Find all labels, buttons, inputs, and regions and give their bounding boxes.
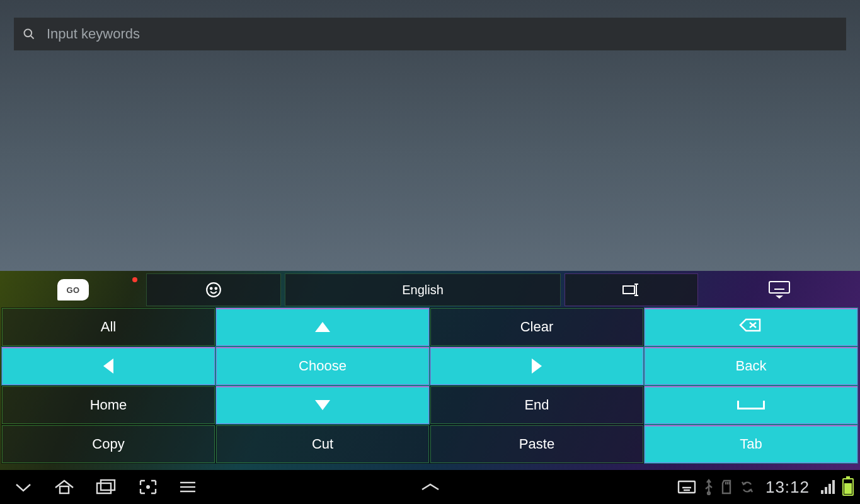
svg-point-2 [207,283,221,297]
hide-keyboard-icon [768,280,791,299]
key-label: End [524,397,549,413]
key-arrow-down[interactable] [215,386,430,425]
key-all[interactable]: All [1,307,215,346]
key-end[interactable]: End [430,386,644,425]
key-tab[interactable]: Tab [644,425,858,464]
svg-rect-5 [623,286,634,294]
key-label: Back [736,358,767,374]
svg-rect-18 [101,480,115,490]
go-bubble-label: GO [57,279,89,301]
key-copy[interactable]: Copy [1,425,215,464]
nav-collapse-icon[interactable] [14,481,33,493]
status-clock: 13:12 [765,478,810,497]
svg-line-1 [31,36,34,39]
status-sd-icon [721,479,733,495]
search-icon [23,28,35,40]
status-usb-icon [704,479,714,495]
svg-point-32 [708,492,710,495]
status-signal-icon [821,480,835,494]
key-label: Cut [312,436,333,452]
status-ime-icon[interactable] [677,479,696,495]
key-cut[interactable]: Cut [215,425,430,464]
hide-keyboard-button[interactable] [702,273,856,306]
arrow-up-icon [315,322,330,332]
nav-screenshot-icon[interactable] [139,479,158,495]
text-cursor-icon [621,282,641,297]
key-label: Tab [740,436,762,452]
nav-expand-up-icon[interactable] [420,482,441,492]
text-select-tool-button[interactable] [565,273,698,306]
status-battery-icon [842,478,854,496]
arrow-left-icon [103,358,113,374]
notification-dot-icon [132,277,137,282]
nav-recent-icon[interactable] [96,479,117,495]
key-label: Choose [299,358,347,374]
key-choose[interactable]: Choose [215,346,430,386]
arrow-down-icon [315,400,330,410]
key-back[interactable]: Back [644,346,858,386]
backspace-icon [738,318,764,336]
key-arrow-right[interactable] [430,346,644,386]
key-label: Home [90,397,127,413]
key-label: All [101,319,116,335]
svg-rect-17 [97,483,111,493]
arrow-right-icon [532,358,542,374]
key-paste[interactable]: Paste [430,425,644,464]
svg-point-19 [147,486,149,488]
svg-point-4 [215,288,217,290]
key-clear[interactable]: Clear [430,307,644,346]
language-button[interactable]: English [285,273,561,306]
key-label: Paste [519,436,554,452]
key-label: Clear [520,319,554,335]
key-home[interactable]: Home [1,386,215,425]
language-label: English [402,283,444,297]
system-navigation-bar: 13:12 [0,470,860,504]
svg-rect-16 [60,486,69,493]
emoji-icon [205,282,222,298]
key-arrow-left[interactable] [1,346,215,386]
status-sync-icon [740,479,754,495]
key-label: Copy [92,436,124,452]
key-arrow-up[interactable] [215,307,430,346]
emoji-button[interactable] [146,273,281,306]
nav-home-icon[interactable] [54,479,74,495]
search-input[interactable] [47,26,837,42]
search-bar[interactable] [14,18,846,50]
key-backspace[interactable] [644,307,858,346]
svg-point-0 [25,30,32,37]
keyboard-switch-go[interactable]: GO [4,273,142,306]
nav-menu-icon[interactable] [179,480,197,494]
key-space[interactable] [644,386,858,425]
space-icon [737,401,765,410]
keyboard-panel: GO English All [0,271,860,470]
svg-rect-7 [769,282,789,293]
svg-point-3 [210,288,212,290]
